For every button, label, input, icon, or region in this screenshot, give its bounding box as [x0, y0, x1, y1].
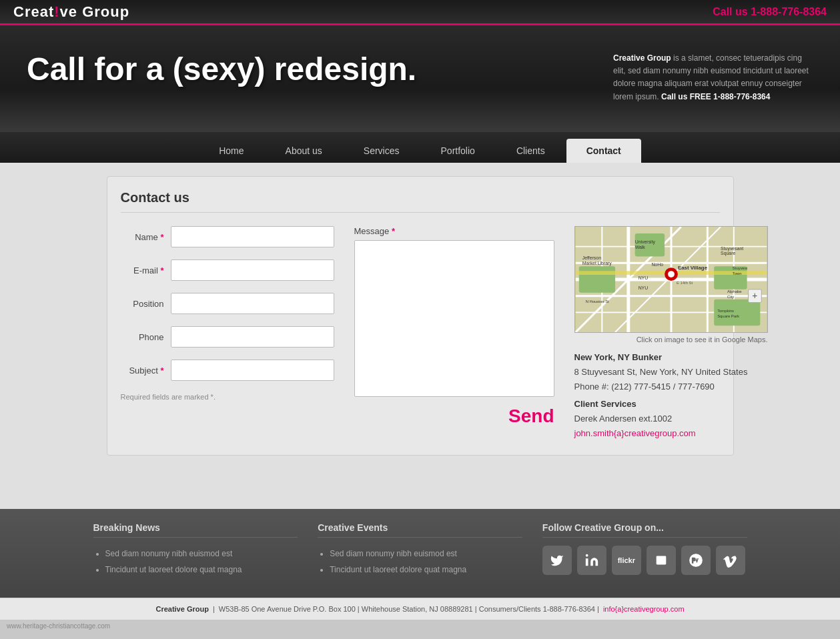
form-area: Name * E-mail * Position — [121, 226, 720, 442]
svg-text:Jefferson: Jefferson — [582, 255, 600, 260]
email-label: E-mail * — [121, 265, 171, 275]
logo[interactable]: Creat!ve Group — [13, 3, 129, 21]
svg-text:University: University — [635, 239, 655, 245]
footer-social-col: Follow Creative Group on... flickr — [542, 522, 747, 578]
left-form: Name * E-mail * Position — [121, 226, 334, 442]
name-input[interactable] — [171, 226, 334, 247]
list-item: Tincidunt ut laoreet dolore quat magna — [330, 562, 522, 578]
nav-services[interactable]: Services — [344, 139, 420, 163]
footer-events-col: Creative Events Sed diam nonumy nibh eui… — [318, 522, 522, 578]
svg-text:Stuyvesi: Stuyvesi — [732, 266, 747, 270]
contact-title: Contact us — [121, 190, 720, 213]
header: Creat!ve Group Call us 1-888-776-8364 — [0, 0, 840, 25]
list-item: Sed diam nonumy nibh euismod est — [330, 546, 522, 562]
hero-title: Call for a (sexy) redesign. — [27, 52, 416, 87]
footer: Breaking News Sed diam nonumy nibh euism… — [0, 509, 840, 598]
email-input[interactable] — [171, 259, 334, 281]
phone-row: Phone — [121, 326, 334, 348]
subject-required: * — [160, 366, 163, 376]
svg-text:Walk: Walk — [635, 245, 645, 249]
map-image[interactable]: + Jefferson Market Library University Wa… — [574, 226, 768, 333]
svg-text:Town: Town — [732, 271, 741, 275]
nav-home[interactable]: Home — [199, 139, 264, 163]
hero-section: Call for a (sexy) redesign. Creative Gro… — [0, 25, 840, 132]
svg-text:Tompkins: Tompkins — [717, 309, 734, 313]
location-address: 8 Stuyvesant St, New York, NY United Sta… — [574, 365, 768, 380]
nav-contact[interactable]: Contact — [566, 139, 641, 163]
watermark: www.heritage-christiancottage.com — [0, 620, 840, 632]
message-required: * — [392, 226, 395, 236]
footer-address: W53B-85 One Avenue Drive P.O. Box 100 | … — [219, 605, 599, 613]
svg-text:+: + — [752, 290, 757, 301]
footer-news-title: Breaking News — [93, 522, 298, 538]
name-row: Name * — [121, 226, 334, 247]
svg-text:Square Park: Square Park — [717, 314, 739, 318]
svg-text:East Village: East Village — [677, 265, 707, 271]
position-input[interactable] — [171, 293, 334, 314]
location-name: New York, NY Bunker — [574, 350, 768, 365]
contact-email-link[interactable]: john.smith{a}creativegroup.com — [574, 428, 696, 438]
list-item: Sed diam nonumy nibh euismod est — [105, 546, 298, 562]
email-required: * — [160, 265, 163, 275]
contact-person: Derek Andersen ext.1002 — [574, 412, 768, 426]
email-row: E-mail * — [121, 259, 334, 281]
location-info: New York, NY Bunker 8 Stuyvesant St, New… — [574, 350, 768, 442]
hero-brand: Creative Group — [613, 53, 671, 63]
svg-rect-13 — [578, 266, 614, 293]
phone-input[interactable] — [171, 326, 334, 348]
flickr-icon[interactable]: flickr — [612, 546, 641, 575]
navigation: Home About us Services Portfolio Clients… — [0, 132, 840, 163]
svg-text:N Houston St: N Houston St — [585, 299, 608, 303]
svg-text:Stuyvesant: Stuyvesant — [721, 246, 743, 251]
logo-text-creat: Creat — [13, 3, 54, 20]
vimeo-icon[interactable] — [716, 546, 745, 575]
wordpress-icon[interactable] — [681, 546, 711, 575]
nav-clients[interactable]: Clients — [496, 139, 565, 163]
footer-brand: Creative Group — [155, 605, 208, 613]
position-label: Position — [121, 299, 171, 309]
blogger-icon[interactable] — [647, 546, 676, 575]
footer-bottom: Creative Group | W53B-85 One Avenue Driv… — [0, 598, 840, 620]
hero-description: Creative Group is a slamet, consec tetue… — [613, 52, 813, 103]
footer-news-list: Sed diam nonumy nibh euismod est Tincidu… — [93, 546, 298, 578]
client-services-label: Client Services — [574, 397, 768, 412]
nav-portfolio[interactable]: Portfolio — [421, 139, 495, 163]
footer-events-list: Sed diam nonumy nibh euismod est Tincidu… — [318, 546, 522, 578]
svg-text:NYU: NYU — [638, 285, 648, 290]
list-item: Tincidunt ut laoreet dolore quat magna — [105, 562, 298, 578]
footer-news-col: Breaking News Sed diam nonumy nibh euism… — [93, 522, 298, 578]
map-note: Click on image to see it in Google Maps. — [574, 336, 768, 344]
required-note: Required fields are marked *. — [121, 393, 334, 401]
content-wrapper: Contact us Name * E-mail * — [93, 163, 747, 482]
twitter-icon[interactable] — [542, 546, 572, 575]
linkedin-icon[interactable] — [577, 546, 606, 575]
main-content: Contact us Name * E-mail * — [0, 163, 840, 509]
send-button[interactable]: Send — [508, 406, 554, 427]
social-icons-container: flickr — [542, 546, 747, 575]
svg-text:NYU: NYU — [638, 275, 648, 280]
svg-text:City: City — [727, 295, 733, 299]
svg-text:Market Library: Market Library — [582, 261, 612, 266]
svg-point-19 — [668, 271, 675, 277]
middle-form: Message * Send — [354, 226, 554, 442]
name-required: * — [160, 232, 163, 242]
message-textarea[interactable] — [354, 240, 554, 397]
flickr-label: flickr — [618, 556, 635, 564]
footer-columns: Breaking News Sed diam nonumy nibh euism… — [93, 522, 747, 578]
svg-text:NoHo: NoHo — [651, 262, 663, 267]
subject-input[interactable] — [171, 360, 334, 381]
call-us-header: Call us 1-888-776-8364 — [713, 6, 827, 18]
position-row: Position — [121, 293, 334, 314]
svg-text:E 14th St: E 14th St — [676, 281, 693, 285]
footer-email-link[interactable]: info{a}creativegroup.com — [603, 605, 685, 613]
subject-label: Subject * — [121, 366, 171, 376]
logo-exclamation: ! — [54, 3, 59, 20]
phone-label: Phone — [121, 332, 171, 342]
footer-social-title: Follow Creative Group on... — [542, 522, 747, 538]
right-info: + Jefferson Market Library University Wa… — [574, 226, 768, 442]
subject-row: Subject * — [121, 360, 334, 381]
contact-box: Contact us Name * E-mail * — [107, 176, 734, 456]
nav-about[interactable]: About us — [266, 139, 342, 163]
footer-separator: | — [213, 605, 215, 613]
location-phone: Phone #: (212) 777-5415 / 777-7690 — [574, 380, 768, 394]
